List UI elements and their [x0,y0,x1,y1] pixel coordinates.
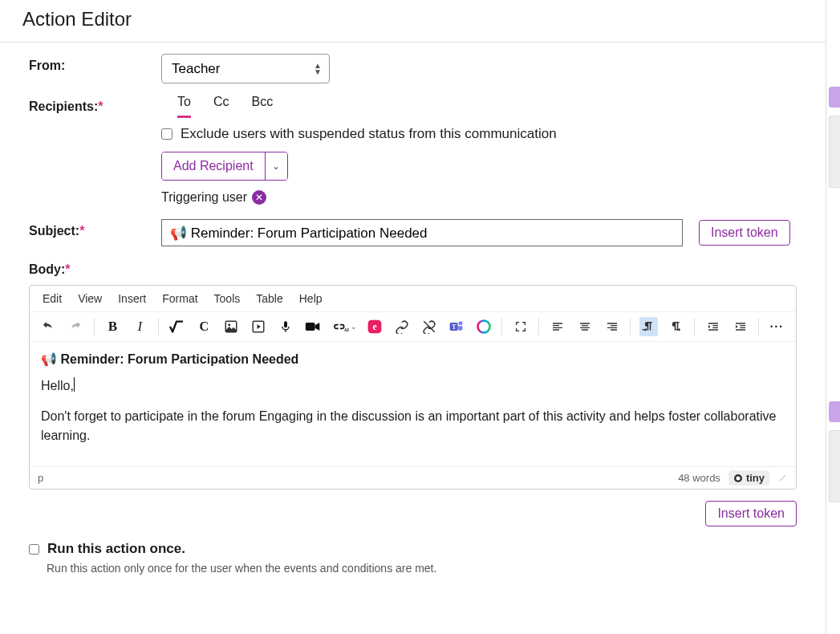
unlink-icon[interactable] [420,317,439,336]
tab-cc[interactable]: Cc [213,95,229,118]
close-icon: ✕ [255,192,263,203]
video-icon[interactable] [304,317,323,336]
word-count: 48 words [678,472,720,484]
page-title: Action Editor [22,8,810,30]
svg-point-14 [736,476,740,480]
recipient-chip-label: Triggering user [161,190,247,205]
undo-icon[interactable] [39,317,58,336]
exclude-suspended-label: Exclude users with suspended status from… [181,126,557,142]
menu-edit[interactable]: Edit [43,292,62,305]
outdent-icon[interactable] [704,317,722,336]
ltr-icon[interactable] [639,317,658,336]
microphone-icon[interactable] [277,317,295,336]
editor-toolbar: B I C AI⌄ e T [30,312,796,342]
recipients-label: Recipients:* [29,95,161,114]
background-panel-hint [829,401,840,510]
rtl-icon[interactable] [667,317,685,336]
add-recipient-button[interactable]: Add Recipient [162,152,265,180]
menu-view[interactable]: View [78,292,102,305]
body-greeting: Hello, [41,376,785,396]
link-icon[interactable] [393,317,412,336]
svg-text:T: T [452,323,457,331]
svg-rect-3 [284,321,287,327]
body-paragraph: Don't forget to participate in the forum… [41,407,785,445]
tiny-logo-icon [733,473,743,483]
insert-token-body-button[interactable]: Insert token [705,501,797,526]
equation-icon[interactable] [168,317,186,336]
run-once-label: Run this action once. [47,541,185,557]
redo-icon[interactable] [67,317,85,336]
body-label: Body:* [29,258,797,277]
resize-handle-icon[interactable]: ⟋ [777,472,788,484]
teams-icon[interactable]: T [448,317,466,336]
subject-input[interactable] [161,219,683,246]
code-icon[interactable]: C [195,317,213,336]
tiny-brand: tiny [728,470,769,486]
rich-text-editor: Edit View Insert Format Tools Table Help… [29,285,797,490]
background-panel-hint [829,87,840,196]
svg-point-1 [228,323,230,326]
svg-rect-4 [306,323,315,331]
tab-bcc[interactable]: Bcc [251,95,273,118]
align-right-icon[interactable] [603,317,621,336]
insert-token-subject-button[interactable]: Insert token [699,220,790,246]
run-once-description: Run this action only once for the user w… [47,562,797,575]
tab-to[interactable]: To [177,95,191,118]
from-select[interactable]: Teacher [161,54,330,83]
copilot-icon[interactable] [474,317,493,336]
align-center-icon[interactable] [575,317,594,336]
bold-icon[interactable]: B [103,317,122,336]
add-recipient-dropdown[interactable]: ⌄ [265,152,287,180]
link-ai-icon[interactable]: AI⌄ [331,317,357,336]
svg-point-11 [458,321,462,325]
remove-chip-button[interactable]: ✕ [252,190,266,205]
exclude-suspended-checkbox[interactable] [161,128,172,140]
chevron-down-icon: ⌄ [272,161,280,172]
svg-text:AI: AI [343,327,348,332]
more-icon[interactable]: ··· [768,317,786,336]
svg-text:e: e [372,322,376,332]
menu-help[interactable]: Help [299,292,323,305]
menu-table[interactable]: Table [256,292,282,305]
subject-label: Subject:* [29,219,161,238]
indent-icon[interactable] [731,317,749,336]
menu-tools[interactable]: Tools [214,292,241,305]
image-icon[interactable] [222,317,241,336]
run-once-checkbox[interactable] [29,544,39,555]
menu-insert[interactable]: Insert [118,292,146,305]
menu-format[interactable]: Format [162,292,197,305]
media-icon[interactable] [250,317,268,336]
fullscreen-icon[interactable] [511,317,530,336]
italic-icon[interactable]: I [131,317,149,336]
editor-body[interactable]: 📢 Reminder: Forum Participation Needed H… [30,342,796,466]
app-e-icon[interactable]: e [366,317,384,336]
align-left-icon[interactable] [548,317,566,336]
element-path[interactable]: p [38,472,43,484]
from-label: From: [29,54,161,73]
editor-menu: Edit View Insert Format Tools Table Help [30,286,796,312]
body-heading: 📢 Reminder: Forum Participation Needed [41,352,785,367]
svg-point-12 [477,321,489,333]
